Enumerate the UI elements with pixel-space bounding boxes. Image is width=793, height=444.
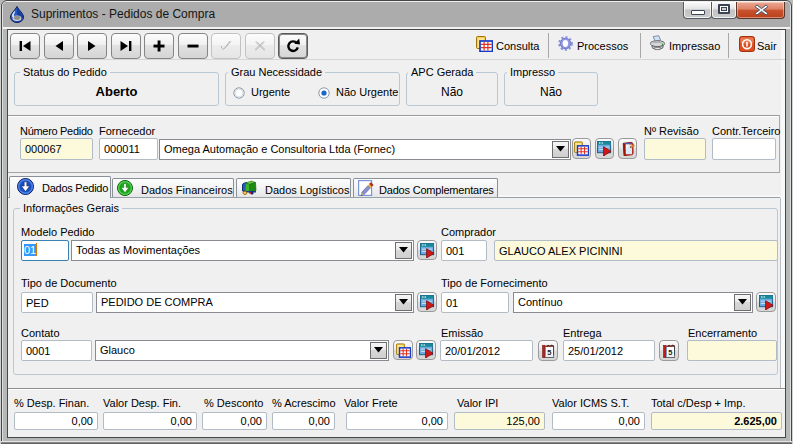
svg-text:5: 5 [668, 348, 672, 357]
svg-text:5: 5 [547, 348, 551, 357]
